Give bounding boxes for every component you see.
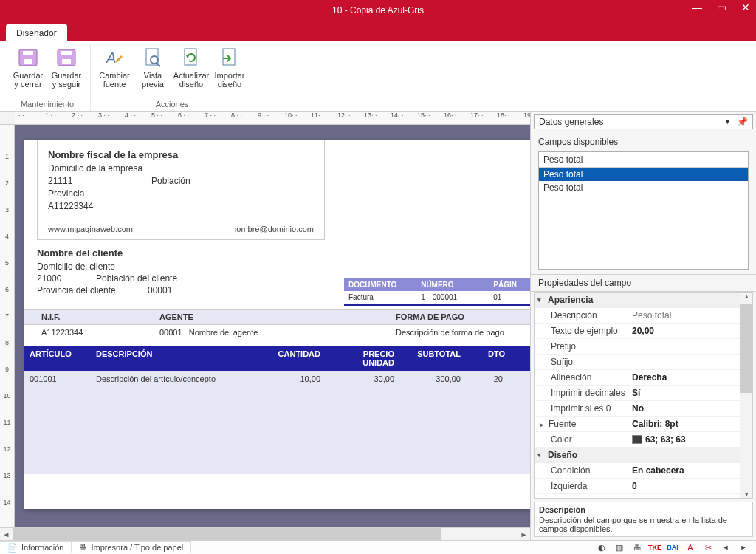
design-surface: · · ·1 · ·2 · ·3 · ·4 · ·5 · ·6 · ·7 · ·… (0, 112, 531, 540)
save-close-button[interactable]: Guardar y cerrar (9, 44, 47, 90)
refresh-design-button[interactable]: Actualizar diseño (172, 44, 210, 90)
scroll-thumb[interactable] (13, 528, 441, 540)
refresh-icon (179, 46, 203, 69)
canvas[interactable]: Nombre fiscal de la empresa Domicilio de… (15, 125, 530, 527)
company-email: nombre@dominio.com (232, 225, 314, 233)
chevron-right-icon[interactable]: ▸ (540, 421, 544, 428)
ribbon: Guardar y cerrar Guardar y seguir Manten… (0, 41, 756, 112)
ribbon-group-mantenimiento: Mantenimiento (21, 100, 74, 111)
report-page[interactable]: Nombre fiscal de la empresa Domicilio de… (24, 140, 530, 509)
company-block[interactable]: Nombre fiscal de la empresa Domicilio de… (37, 140, 325, 240)
properties-grid[interactable]: ▾Apariencia DescripciónPeso total Texto … (534, 292, 753, 499)
ribbon-group-acciones: Acciones (156, 100, 189, 111)
svg-rect-2 (24, 59, 32, 64)
horizontal-ruler[interactable]: · · ·1 · ·2 · ·3 · ·4 · ·5 · ·6 · ·7 · ·… (15, 112, 530, 125)
document-header[interactable]: DOCUMENTO NÚMERO PÁGIN Factura 1000001 0… (344, 278, 530, 306)
window-title: 10 - Copia de Azul-Gris (332, 5, 424, 16)
company-web: www.mipaginaweb.com (48, 225, 133, 233)
svg-rect-5 (62, 59, 71, 64)
font-icon: A (103, 46, 126, 69)
company-name: Nombre fiscal de la empresa (48, 149, 314, 160)
preview-icon (141, 46, 165, 69)
scroll-right-icon[interactable]: ► (518, 530, 530, 538)
properties-panel: Datos generales ▼ 📌 Campos disponibles P… (531, 112, 756, 540)
import-design-button[interactable]: Importar diseño (210, 44, 249, 90)
scroll-left-icon[interactable]: ◄ (0, 530, 13, 538)
change-font-button[interactable]: A Cambiar fuente (95, 44, 134, 90)
fields-search-input[interactable]: Peso total (539, 152, 748, 168)
table-row[interactable]: 001001 Descripción del artículo/concepto… (24, 371, 530, 474)
chevron-down-icon: ▾ (537, 451, 548, 459)
svg-rect-4 (61, 51, 72, 55)
info-bar[interactable]: N.I.F. AGENTE FORMA DE PAGO A11223344 00… (24, 309, 530, 340)
import-icon (218, 46, 241, 69)
status-icon[interactable]: BAI (666, 542, 679, 553)
field-item[interactable]: Peso total (539, 168, 748, 181)
maximize-button[interactable]: ▭ (714, 1, 729, 13)
properties-scrollbar[interactable] (740, 293, 752, 498)
line-items-table[interactable]: ARTÍCULO DESCRIPCIÓN CANTIDAD PRECIO UNI… (24, 346, 530, 474)
chevron-down-icon: ▾ (537, 296, 548, 304)
scroll-right-icon[interactable]: ► (737, 542, 750, 553)
minimize-button[interactable]: — (689, 1, 705, 13)
ribbon-tab-row: Diseñador (0, 21, 756, 41)
field-properties-title: Propiedades del campo (531, 274, 756, 292)
close-button[interactable]: ✕ (738, 1, 753, 13)
status-icon[interactable]: TKE (648, 542, 662, 553)
status-icon[interactable]: ◐ (595, 542, 608, 553)
field-item[interactable]: Peso total (539, 181, 748, 194)
available-fields-box: Peso total Peso total Peso total (538, 151, 749, 270)
vertical-ruler[interactable]: ·1234567891011121314 (0, 125, 15, 527)
printer-icon: 🖶 (79, 543, 87, 552)
category-diseno[interactable]: ▾Diseño (535, 448, 752, 463)
status-tab-printer[interactable]: 🖶 Impresora / Tipo de papel (72, 541, 191, 553)
svg-rect-1 (23, 51, 33, 55)
title-bar: 10 - Copia de Azul-Gris — ▭ ✕ (0, 0, 756, 21)
save-continue-icon (55, 46, 78, 69)
dropdown-chevron-icon: ▼ (724, 118, 731, 126)
status-icon[interactable]: ▥ (613, 542, 626, 553)
status-icon[interactable]: A (684, 542, 697, 553)
ruler-corner (0, 112, 15, 125)
tab-designer[interactable]: Diseñador (6, 24, 67, 41)
svg-text:A: A (106, 49, 116, 66)
horizontal-scrollbar[interactable]: ◄ ► (0, 527, 530, 540)
property-description-box: Descripción Descripción del campo que se… (534, 502, 753, 537)
document-icon: 📄 (7, 543, 18, 553)
status-tab-info[interactable]: 📄 Información (0, 541, 72, 553)
panel-dropdown[interactable]: Datos generales ▼ 📌 (534, 114, 753, 129)
pin-icon[interactable]: 📌 (737, 117, 748, 127)
preview-button[interactable]: Vista previa (134, 44, 172, 90)
status-icon[interactable]: 🖶 (630, 542, 644, 553)
status-bar: 📄 Información 🖶 Impresora / Tipo de pape… (0, 540, 756, 554)
save-close-icon (16, 46, 40, 69)
save-continue-button[interactable]: Guardar y seguir (47, 44, 86, 90)
category-apariencia[interactable]: ▾Apariencia (535, 293, 752, 308)
available-fields-title: Campos disponibles (531, 132, 756, 150)
status-icon[interactable]: ✂ (701, 542, 715, 553)
color-swatch (632, 435, 642, 444)
scroll-left-icon[interactable]: ◄ (719, 542, 732, 553)
